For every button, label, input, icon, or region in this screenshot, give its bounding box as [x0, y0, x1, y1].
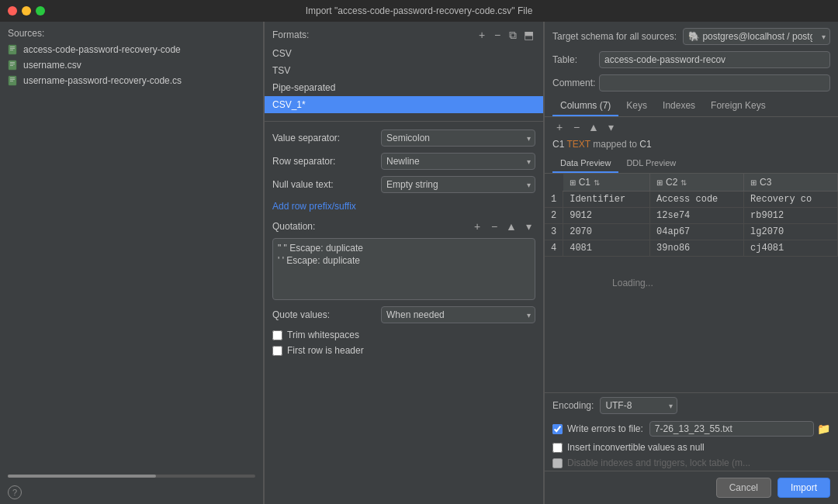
format-csv[interactable]: CSV	[265, 45, 543, 62]
tab-ddl-preview[interactable]: DDL Preview	[618, 154, 684, 173]
mapped-to-value: C1	[639, 139, 651, 150]
quotation-icons: + − ▲ ▾	[469, 219, 535, 233]
target-schema-label: Target schema for all sources:	[552, 31, 677, 42]
svg-rect-7	[10, 65, 13, 66]
preview-area: Loading... ⊞ C1 ⇅	[545, 174, 838, 392]
cell-1-2: Access code	[650, 192, 744, 208]
remove-format-button[interactable]: −	[490, 28, 504, 42]
target-schema-row: Target schema for all sources: 🐘 postgre…	[545, 22, 838, 48]
export-format-button[interactable]: ⬒	[521, 28, 535, 42]
minimize-button[interactable]	[22, 6, 31, 16]
sidebar-item-username[interactable]: username.csv	[0, 57, 263, 73]
table-input[interactable]	[599, 51, 830, 68]
format-csv1[interactable]: CSV_1*	[265, 96, 543, 113]
svg-rect-11	[10, 81, 13, 81]
svg-rect-2	[10, 48, 15, 49]
sidebar-item-username-recovery[interactable]: username-password-recovery-code.cs	[0, 73, 263, 88]
remove-quotation-button[interactable]: −	[487, 219, 501, 233]
col-c2-header[interactable]: ⊞ C2 ⇅	[650, 174, 744, 192]
move-up-quotation-button[interactable]: ▲	[504, 219, 518, 233]
preview-table-body: 1 Identifier Access code Recovery co 2 9…	[545, 192, 838, 257]
null-value-row: Null value text: Empty string NULL \N ▾	[272, 176, 535, 193]
format-tsv[interactable]: TSV	[265, 62, 543, 79]
tab-indexes[interactable]: Indexes	[655, 96, 703, 116]
cancel-button[interactable]: Cancel	[716, 478, 771, 498]
write-errors-checkbox[interactable]	[552, 424, 563, 434]
move-up-column-button[interactable]: ▲	[587, 120, 601, 134]
disable-indexes-row: Disable indexes and triggers, lock table…	[545, 455, 838, 471]
value-separator-select-wrapper: Semicolon Comma Tab Pipe ▾	[381, 129, 535, 147]
format-pipe[interactable]: Pipe-separated	[265, 79, 543, 96]
cell-2-3: rb9012	[744, 208, 838, 224]
table-header-row: ⊞ C1 ⇅ ⊞ C2 ⇅	[545, 174, 838, 192]
title-bar: Import "access-code-password-recovery-co…	[0, 0, 838, 22]
quotation-item-single[interactable]: ' ' Escape: duplicate	[278, 254, 530, 267]
divider-1	[265, 121, 543, 122]
insert-inconvertible-row: Insert inconvertible values as null	[545, 440, 838, 455]
quotation-item-double[interactable]: " " Escape: duplicate	[278, 242, 530, 254]
move-down-column-button[interactable]: ▾	[604, 120, 618, 134]
move-down-quotation-button[interactable]: ▾	[521, 219, 535, 233]
cell-4-3: cj4081	[744, 240, 838, 257]
loading-text: Loading...	[612, 278, 653, 288]
row-separator-row: Row separator: Newline CR+LF CR ▾	[272, 153, 535, 170]
add-format-button[interactable]: +	[475, 28, 489, 42]
table-row: Table:	[545, 48, 838, 71]
value-separator-select[interactable]: Semicolon Comma Tab Pipe	[381, 129, 535, 147]
sidebar-item-label: access-code-password-recovery-code	[23, 44, 181, 55]
write-errors-input[interactable]	[649, 421, 814, 437]
target-schema-select[interactable]: 🐘 postgres@localhost / postgres.informat…	[683, 28, 830, 45]
help-button[interactable]: ?	[8, 485, 22, 499]
col-c3-header[interactable]: ⊞ C3	[744, 174, 838, 192]
sidebar: Sources: access-code-password-recovery-c…	[0, 22, 264, 504]
quote-values-select[interactable]: When needed Always Never	[381, 306, 535, 323]
import-button[interactable]: Import	[777, 478, 830, 498]
formats-panel: Formats: + − ⧉ ⬒ CSV TSV Pipe-separated …	[265, 22, 544, 504]
table-row: 4 4081 39no86 cj4081	[545, 240, 838, 257]
col-c1-header[interactable]: ⊞ C1 ⇅	[563, 174, 650, 192]
csv-file-icon-2	[8, 60, 19, 71]
encoding-row: Encoding: UTF-8 UTF-16 ISO-8859-1 ▾	[545, 392, 838, 418]
row-num: 1	[545, 192, 563, 208]
add-row-prefix-link[interactable]: Add row prefix/suffix	[272, 199, 535, 213]
add-quotation-button[interactable]: +	[470, 219, 484, 233]
row-separator-select[interactable]: Newline CR+LF CR	[381, 153, 535, 170]
table-label: Table:	[552, 54, 599, 65]
first-row-header-checkbox[interactable]	[272, 346, 282, 356]
formats-header: Formats: + − ⧉ ⬒	[265, 22, 543, 45]
first-row-header-row: First row is header	[272, 345, 535, 356]
close-button[interactable]	[8, 6, 17, 16]
right-panel: Target schema for all sources: 🐘 postgre…	[545, 22, 838, 504]
preview-table-wrapper[interactable]: ⊞ C1 ⇅ ⊞ C2 ⇅	[545, 174, 838, 392]
value-separator-label: Value separator:	[272, 133, 381, 143]
encoding-select[interactable]: UTF-8 UTF-16 ISO-8859-1	[600, 397, 677, 414]
tab-keys[interactable]: Keys	[618, 96, 655, 116]
svg-rect-9	[10, 78, 15, 78]
folder-browse-button[interactable]: 📁	[817, 423, 830, 435]
cell-2-1: 9012	[563, 208, 650, 224]
sidebar-scrollbar[interactable]	[8, 475, 255, 478]
disable-indexes-checkbox[interactable]	[552, 458, 563, 468]
disable-indexes-label: Disable indexes and triggers, lock table…	[567, 457, 750, 468]
comment-input[interactable]	[599, 74, 830, 91]
sidebar-footer: ?	[0, 481, 263, 504]
tab-foreign-keys[interactable]: Foreign Keys	[703, 96, 774, 116]
tab-columns[interactable]: Columns (7)	[552, 96, 618, 116]
tab-data-preview[interactable]: Data Preview	[552, 154, 618, 173]
remove-column-button[interactable]: −	[570, 120, 583, 134]
value-separator-row: Value separator: Semicolon Comma Tab Pip…	[272, 129, 535, 147]
insert-inconvertible-checkbox[interactable]	[552, 443, 563, 453]
mapped-label: mapped to	[593, 139, 639, 150]
comment-row: Comment:	[545, 71, 838, 96]
null-value-select[interactable]: Empty string NULL \N	[381, 176, 535, 193]
trim-whitespaces-row: Trim whitespaces	[272, 330, 535, 340]
sidebar-item-label-3: username-password-recovery-code.cs	[23, 75, 182, 86]
svg-rect-10	[10, 79, 15, 80]
quotation-label: Quotation:	[272, 221, 469, 232]
trim-whitespaces-checkbox[interactable]	[272, 330, 282, 340]
sidebar-item-label-2: username.csv	[23, 60, 81, 71]
copy-format-button[interactable]: ⧉	[506, 28, 520, 42]
maximize-button[interactable]	[36, 6, 45, 16]
add-column-button[interactable]: +	[552, 120, 566, 134]
sidebar-item-access-code[interactable]: access-code-password-recovery-code	[0, 42, 263, 57]
